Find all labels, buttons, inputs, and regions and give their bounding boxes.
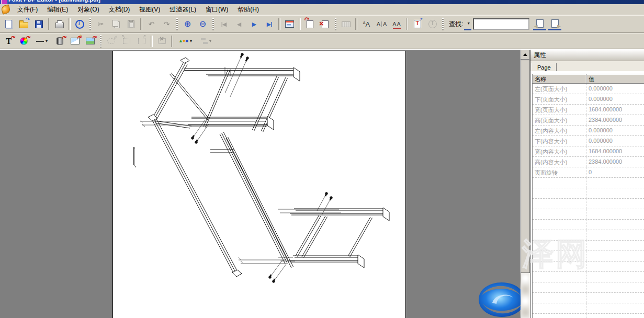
font-style-button[interactable] bbox=[359, 18, 374, 30]
scroll-up-button[interactable] bbox=[521, 50, 530, 60]
watermark-logo bbox=[478, 281, 521, 318]
scrollbar-track[interactable] bbox=[521, 273, 530, 318]
last-page-button[interactable]: ▶| bbox=[262, 18, 276, 30]
tool-transform-l-icon bbox=[123, 38, 130, 44]
toolbar-grip[interactable] bbox=[100, 35, 101, 48]
toolbar-grip[interactable] bbox=[442, 18, 444, 30]
document-canvas[interactable] bbox=[0, 50, 521, 318]
find-next-button[interactable] bbox=[548, 18, 561, 30]
keyboard-input-button bbox=[339, 18, 353, 30]
tool-transform-r-icon bbox=[138, 38, 145, 44]
insert-shape-button[interactable]: ●▾ bbox=[175, 35, 195, 48]
property-row[interactable]: 左(内容大小)0.000000 bbox=[533, 126, 644, 136]
tool-delete-icon bbox=[158, 38, 166, 44]
insert-text-page-button[interactable] bbox=[410, 18, 424, 30]
menu-item-edit[interactable]: 编辑(E) bbox=[42, 4, 73, 15]
property-value: 1684.000000 bbox=[586, 105, 644, 115]
toolbar-grip[interactable] bbox=[335, 18, 336, 30]
menu-item-view[interactable]: 视图(V) bbox=[134, 4, 165, 15]
edit-image-button[interactable]: ↷ bbox=[68, 35, 82, 48]
copy-icon bbox=[112, 20, 118, 27]
property-row[interactable]: 高(页面大小)2384.000000 bbox=[533, 115, 644, 126]
toolbar-grip[interactable] bbox=[212, 18, 214, 30]
main-content: 属性 Page 名称 值 左(页面大小)0.000000下(页面大小)0.000… bbox=[0, 49, 644, 318]
property-name-empty bbox=[533, 272, 586, 282]
font-aa-icon bbox=[363, 21, 370, 28]
add-color-button[interactable]: ↷ bbox=[17, 35, 31, 48]
zoom-in-icon: ⊕ bbox=[184, 20, 191, 28]
toolbar-grip[interactable] bbox=[89, 18, 91, 30]
tab-page[interactable]: Page bbox=[532, 63, 557, 71]
property-name: 页面旋转 bbox=[533, 167, 586, 177]
zoom-out-button[interactable]: ⊖ bbox=[196, 18, 210, 30]
property-value-empty bbox=[586, 303, 644, 313]
tool-shapes-icon: ● bbox=[178, 39, 188, 43]
open-file-button[interactable] bbox=[17, 18, 31, 30]
property-value-empty bbox=[586, 314, 644, 318]
find-prev-button[interactable] bbox=[533, 18, 546, 30]
property-name-empty bbox=[533, 303, 586, 313]
property-value-empty bbox=[586, 199, 644, 209]
form-icon bbox=[285, 20, 294, 28]
property-name-empty bbox=[533, 262, 586, 271]
property-row-empty bbox=[533, 293, 644, 303]
menu-item-help[interactable]: 帮助(H) bbox=[233, 4, 264, 15]
toolbar-separator bbox=[140, 18, 142, 30]
next-page-button[interactable]: ▶ bbox=[247, 18, 261, 30]
zoom-in-button[interactable]: ⊕ bbox=[180, 18, 195, 30]
add-text-button[interactable]: T↷ bbox=[2, 35, 16, 48]
page-form-button[interactable] bbox=[283, 18, 297, 30]
add-gradient-button[interactable]: ↷ bbox=[53, 35, 67, 48]
properties-table: 名称 值 左(页面大小)0.000000下(页面大小)0.000000宽(页面大… bbox=[532, 74, 644, 318]
property-name-empty bbox=[533, 209, 586, 219]
menu-item-object[interactable]: 对象(O) bbox=[73, 4, 104, 15]
menu-bar: 文件(F)编辑(E)对象(O)文档(D)视图(V)过滤器(L)窗口(W)帮助(H… bbox=[0, 4, 644, 15]
property-row[interactable]: 页面旋转0 bbox=[533, 167, 644, 178]
property-value-empty bbox=[586, 209, 644, 219]
save-file-button[interactable] bbox=[32, 18, 46, 30]
property-value: 2384.000000 bbox=[586, 157, 644, 167]
property-row[interactable]: 下(页面大小)0.000000 bbox=[533, 94, 644, 105]
property-row[interactable]: 下(内容大小)0.000000 bbox=[533, 136, 644, 146]
page-rotate-icon bbox=[307, 20, 313, 28]
pdf-page[interactable] bbox=[112, 51, 406, 318]
toolbar-edit: T↷↷▾↷↷↷●▾▾ bbox=[0, 33, 644, 49]
property-name-empty bbox=[533, 199, 586, 209]
font-width-button[interactable] bbox=[390, 18, 404, 30]
transform-back-button bbox=[119, 35, 133, 48]
cut-button: ✂ bbox=[94, 18, 108, 30]
text-circle-icon bbox=[428, 20, 437, 28]
vertical-scrollbar[interactable] bbox=[521, 50, 530, 318]
property-row[interactable]: 宽(页面大小)1684.000000 bbox=[533, 105, 644, 115]
scrollbar-thumb[interactable] bbox=[521, 60, 530, 273]
line-style-button[interactable]: ▾ bbox=[32, 35, 52, 48]
property-name-empty bbox=[533, 293, 586, 303]
tool-lasso-icon bbox=[107, 38, 115, 44]
rotate-page-button[interactable] bbox=[303, 18, 317, 30]
menu-item-document[interactable]: 文档(D) bbox=[104, 4, 135, 15]
menu-item-filter[interactable]: 过滤器(L) bbox=[165, 4, 201, 15]
property-name-empty bbox=[533, 241, 586, 251]
delete-page-button[interactable] bbox=[318, 18, 332, 30]
menu-item-window[interactable]: 窗口(W) bbox=[201, 4, 233, 15]
find-dropdown-button[interactable]: ▾ bbox=[464, 18, 471, 30]
property-row[interactable]: 宽(内容大小)1684.000000 bbox=[533, 146, 644, 157]
toolbar-grip[interactable] bbox=[176, 18, 178, 30]
print-button[interactable] bbox=[52, 18, 66, 30]
property-row-empty bbox=[533, 314, 644, 318]
property-name: 宽(内容大小) bbox=[533, 146, 586, 156]
menu-item-file[interactable]: 文件(F) bbox=[13, 4, 42, 15]
property-row[interactable]: 左(页面大小)0.000000 bbox=[533, 84, 644, 94]
property-value: 2384.000000 bbox=[586, 115, 644, 125]
property-value-empty bbox=[586, 251, 644, 261]
find-input[interactable] bbox=[473, 18, 529, 30]
new-document-button[interactable] bbox=[2, 18, 16, 30]
page-new-icon bbox=[5, 20, 12, 28]
font-compare-button[interactable] bbox=[375, 18, 389, 30]
transform-forward-button bbox=[134, 35, 149, 48]
document-info-button[interactable] bbox=[73, 18, 87, 30]
add-image-button[interactable]: ↷ bbox=[83, 35, 97, 48]
document-app-icon bbox=[1, 4, 11, 15]
property-row[interactable]: 高(内容大小)2384.000000 bbox=[533, 157, 644, 167]
property-value-empty bbox=[586, 293, 644, 303]
